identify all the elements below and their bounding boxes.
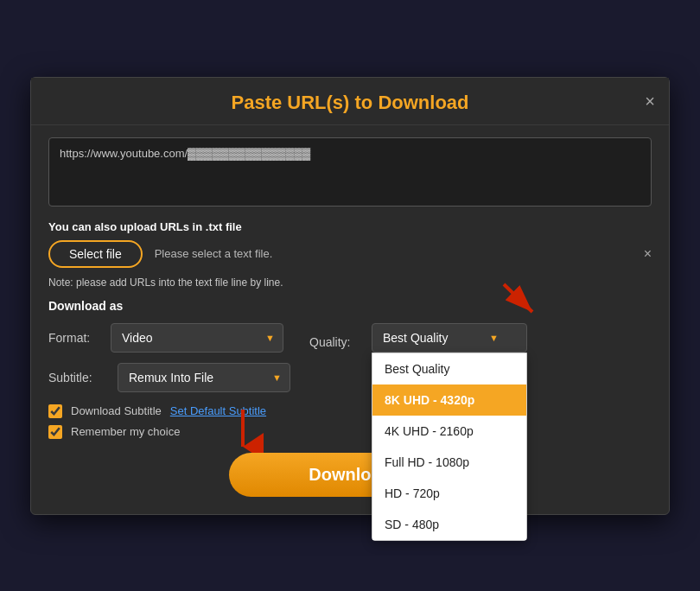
quality-group: Quality: Best Quality Best Quality 8K UH…: [309, 323, 527, 353]
remember-choice-checkbox[interactable]: [48, 425, 62, 439]
download-btn-container: Download: [48, 453, 652, 497]
set-default-subtitle-link[interactable]: Set Default Subtitle: [170, 404, 266, 417]
format-label: Format:: [48, 331, 100, 345]
file-placeholder: Please select a text file.: [155, 247, 632, 260]
select-file-button[interactable]: Select file: [48, 240, 143, 268]
subtitle-label: Subtitle:: [48, 371, 100, 384]
quality-option-fhd[interactable]: Full HD - 1080p: [372, 447, 526, 478]
format-quality-row: Format: Video Audio MP3 Quality: Best Qu…: [48, 323, 652, 353]
dialog-body: https://www.youtube.com/▓▓▓▓▓▓▓▓▓▓▓▓▓▓▓ …: [31, 125, 669, 514]
remember-choice-row: Remember my choice: [48, 425, 652, 439]
subtitle-dropdown-wrapper: Remux Into File None Embed: [118, 363, 290, 392]
file-row: Select file Please select a text file. ×: [48, 240, 652, 268]
quality-option-sd[interactable]: SD - 480p: [372, 509, 526, 540]
quality-button[interactable]: Best Quality: [372, 323, 527, 353]
quality-option-8k[interactable]: 8K UHD - 4320p: [372, 384, 526, 416]
download-subtitle-label: Download Subtitle: [71, 404, 162, 417]
dialog-header: Paste URL(s) to Download ×: [31, 78, 669, 125]
quality-selected-value: Best Quality: [383, 331, 448, 345]
remember-choice-label: Remember my choice: [71, 425, 180, 438]
quality-option-4k[interactable]: 4K UHD - 2160p: [372, 416, 526, 447]
quality-dropdown-menu: Best Quality 8K UHD - 4320p 4K UHD - 216…: [372, 353, 527, 541]
download-as-label: Download as: [48, 299, 652, 313]
quality-option-best[interactable]: Best Quality: [372, 353, 526, 384]
download-subtitle-row: Download Subtitle Set Default Subtitle: [48, 404, 652, 418]
format-select[interactable]: Video Audio MP3: [111, 323, 283, 353]
close-button[interactable]: ×: [645, 92, 655, 110]
upload-label: You can also upload URLs in .txt file: [48, 220, 652, 233]
note-text: Note: please add URLs into the text file…: [48, 276, 652, 289]
file-clear-button[interactable]: ×: [644, 246, 652, 262]
subtitle-row: Subtitle: Remux Into File None Embed: [48, 363, 652, 392]
dialog-title: Paste URL(s) to Download: [231, 92, 468, 114]
quality-dropdown-container: Best Quality Best Quality 8K UHD - 4320p…: [372, 323, 527, 353]
format-dropdown-wrapper: Video Audio MP3: [111, 323, 283, 353]
format-group: Format: Video Audio MP3: [48, 323, 283, 353]
quality-label: Quality:: [309, 327, 361, 349]
quality-option-hd[interactable]: HD - 720p: [372, 478, 526, 509]
subtitle-select[interactable]: Remux Into File None Embed: [118, 363, 290, 392]
download-subtitle-checkbox[interactable]: [48, 404, 62, 418]
url-input[interactable]: https://www.youtube.com/▓▓▓▓▓▓▓▓▓▓▓▓▓▓▓: [48, 137, 652, 207]
main-dialog: Paste URL(s) to Download × https://www.y…: [30, 77, 670, 515]
